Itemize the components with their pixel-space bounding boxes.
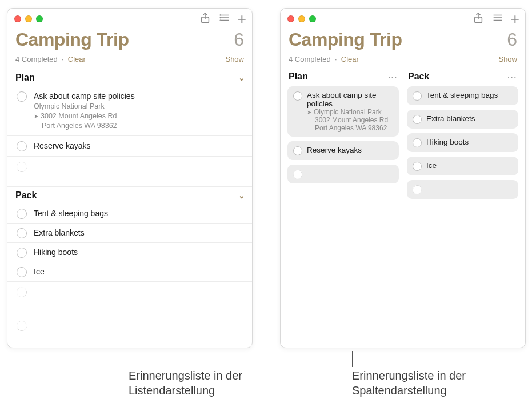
new-reminder-row[interactable] [7, 157, 252, 177]
completion-circle[interactable] [413, 138, 422, 147]
close-window-button[interactable] [14, 15, 21, 22]
clear-completed-button[interactable]: Clear [68, 55, 86, 63]
reminder-card[interactable]: Ice [407, 157, 518, 175]
completion-circle-placeholder[interactable] [17, 287, 27, 297]
new-reminder-card[interactable] [407, 180, 518, 199]
window-traffic-lights [287, 15, 316, 22]
reminder-address-line2: Port Angeles WA 98362 [307, 124, 393, 132]
reminders-window-column-view: + Camping Trip 6 4 Completed · Clear Sho… [280, 8, 526, 348]
share-icon[interactable] [199, 11, 211, 26]
titlebar: + [7, 9, 252, 29]
reminder-title: Ask about camp site policies [307, 91, 393, 108]
add-reminder-button[interactable]: + [511, 14, 519, 24]
reminder-title: Tent & sleeping bags [34, 208, 108, 219]
close-window-button[interactable] [287, 15, 294, 22]
titlebar-actions: + [199, 11, 246, 26]
column-more-button[interactable]: ··· [388, 73, 398, 81]
completion-circle-placeholder[interactable] [413, 185, 422, 194]
section-title: Pack [15, 190, 37, 201]
completion-circle-placeholder[interactable] [17, 162, 27, 172]
reminder-card[interactable]: Extra blankets [407, 110, 518, 129]
add-reminder-button[interactable]: + [238, 14, 246, 24]
reminder-title: Extra blankets [34, 228, 85, 238]
view-toggle-icon[interactable] [218, 11, 231, 26]
svg-point-6 [220, 20, 221, 21]
share-icon[interactable] [472, 11, 485, 26]
reminder-title: Ice [34, 266, 45, 277]
reminder-location-name: Olympic National Park [34, 102, 135, 111]
completed-summary: 4 Completed · Clear [15, 55, 86, 63]
column-pack: Pack ··· Tent & sleeping bags Extra blan… [407, 69, 518, 199]
reminder-title: Reserve kayaks [307, 146, 362, 154]
callout-text: Erinnerungsliste in der Spaltendarstellu… [352, 369, 466, 397]
reminder-address-line1: 3002 Mount Angeles Rd [307, 116, 393, 124]
completion-circle[interactable] [413, 162, 422, 171]
list-content: Plan ⌄ Ask about camp site policies Olym… [7, 69, 252, 348]
svg-point-5 [220, 18, 221, 18]
list-title: Camping Trip [289, 29, 402, 50]
reminder-card[interactable]: Reserve kayaks [287, 141, 399, 160]
column-title: Pack [408, 71, 429, 82]
reminder-row[interactable]: Ice [7, 262, 252, 282]
completion-circle[interactable] [17, 91, 27, 102]
reminder-card[interactable]: Ask about camp site policies Olympic Nat… [287, 86, 399, 137]
reminder-row[interactable]: Hiking boots [7, 243, 252, 262]
completion-circle-placeholder[interactable] [293, 170, 302, 179]
list-title: Camping Trip [15, 29, 129, 50]
column-content: Plan ··· Ask about camp site policies Ol… [281, 69, 525, 348]
reminder-row[interactable]: Ask about camp site policies Olympic Nat… [7, 86, 252, 136]
reminder-address-line2: Port Angeles WA 98362 [34, 121, 135, 131]
callout-list-view: Erinnerungsliste in der Listendarstellun… [129, 368, 260, 398]
reminder-title: Ask about camp site policies [34, 91, 135, 102]
clear-completed-button[interactable]: Clear [341, 55, 359, 63]
completion-circle[interactable] [17, 209, 27, 219]
reminder-title: Hiking boots [34, 247, 78, 258]
minimize-window-button[interactable] [25, 15, 32, 22]
chevron-down-icon[interactable]: ⌄ [238, 73, 245, 82]
completion-circle[interactable] [17, 228, 27, 238]
completed-summary: 4 Completed · Clear [289, 55, 359, 63]
column-plan: Plan ··· Ask about camp site policies Ol… [287, 69, 399, 199]
column-title: Plan [289, 71, 308, 82]
completed-count-label: 4 Completed [15, 55, 58, 63]
reminders-window-list-view: + Camping Trip 6 4 Completed · Clear Sho… [7, 8, 253, 348]
completion-circle[interactable] [293, 91, 302, 101]
reminder-title: Tent & sleeping bags [426, 91, 498, 99]
view-toggle-icon[interactable] [491, 11, 504, 26]
completion-circle[interactable] [17, 248, 27, 258]
show-completed-button[interactable]: Show [225, 55, 244, 63]
reminder-card[interactable]: Hiking boots [407, 133, 518, 152]
completed-count-label: 4 Completed [289, 55, 331, 63]
minimize-window-button[interactable] [298, 15, 305, 22]
fullscreen-window-button[interactable] [309, 15, 316, 22]
callout-column-view: Erinnerungsliste in der Spaltendarstellu… [352, 368, 489, 398]
svg-point-4 [220, 15, 221, 15]
reminder-row[interactable]: Reserve kayaks [7, 136, 252, 157]
completion-circle[interactable] [413, 115, 422, 124]
section-header-pack[interactable]: Pack ⌄ [7, 187, 252, 204]
list-count: 6 [507, 29, 517, 50]
column-more-button[interactable]: ··· [507, 73, 517, 81]
new-reminder-row[interactable] [7, 282, 252, 302]
reminder-title: Extra blankets [426, 114, 475, 123]
section-title: Plan [15, 73, 35, 83]
new-reminder-card[interactable] [287, 165, 399, 183]
reminder-row[interactable]: Extra blankets [7, 224, 252, 243]
completion-circle[interactable] [413, 91, 422, 101]
section-header-plan[interactable]: Plan ⌄ [7, 69, 252, 86]
callout-text: Erinnerungsliste in der Listendarstellun… [129, 369, 242, 397]
reminder-card[interactable]: Tent & sleeping bags [407, 86, 518, 105]
titlebar: + [281, 9, 525, 29]
completion-circle[interactable] [17, 267, 27, 277]
completion-circle-placeholder[interactable] [17, 321, 27, 331]
new-reminder-row[interactable] [7, 317, 252, 337]
list-count: 6 [234, 29, 244, 50]
completion-circle[interactable] [293, 146, 302, 155]
titlebar-actions: + [472, 11, 519, 26]
show-completed-button[interactable]: Show [498, 55, 517, 63]
fullscreen-window-button[interactable] [36, 15, 43, 22]
reminder-title: Hiking boots [426, 138, 469, 146]
completion-circle[interactable] [17, 141, 27, 151]
chevron-down-icon[interactable]: ⌄ [238, 191, 245, 200]
reminder-row[interactable]: Tent & sleeping bags [7, 204, 252, 224]
